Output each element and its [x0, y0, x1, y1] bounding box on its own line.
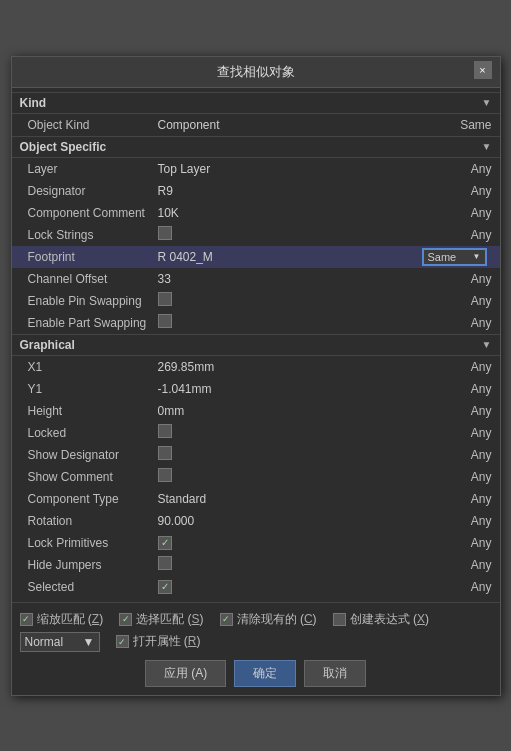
- condition-y1[interactable]: Any: [422, 382, 492, 396]
- row-designator: Designator R9 Any: [12, 180, 500, 202]
- row-layer: Layer Top Layer Any: [12, 158, 500, 180]
- condition-component-type[interactable]: Any: [422, 492, 492, 506]
- section-kind: Kind ▼: [12, 92, 500, 114]
- dialog-footer: 缩放匹配 (Z) 选择匹配 (S) 清除现有的 (C) 创建表达式 (X) No…: [12, 602, 500, 695]
- value-height: 0mm: [158, 404, 422, 418]
- row-height: Height 0mm Any: [12, 400, 500, 422]
- label-rotation: Rotation: [28, 514, 158, 528]
- collapse-icon-kind[interactable]: ▼: [482, 97, 492, 108]
- label-selected: Selected: [28, 580, 158, 594]
- label-clear-existing: 清除现有的 (C): [237, 611, 317, 628]
- checkbox-clear-existing[interactable]: [220, 613, 233, 626]
- label-x1: X1: [28, 360, 158, 374]
- condition-lock-primitives[interactable]: Any: [422, 536, 492, 550]
- condition-show-designator[interactable]: Any: [422, 448, 492, 462]
- row-x1: X1 269.85mm Any: [12, 356, 500, 378]
- row-enable-part-swapping: Enable Part Swapping Any: [12, 312, 500, 334]
- find-similar-dialog: 查找相似对象 × Kind ▼ Object Kind Component Sa…: [11, 56, 501, 696]
- normal-dropdown[interactable]: Normal ▼: [20, 632, 100, 652]
- label-component-comment: Component Comment: [28, 206, 158, 220]
- label-designator: Designator: [28, 184, 158, 198]
- label-select-match: 选择匹配 (S): [136, 611, 203, 628]
- condition-hide-jumpers[interactable]: Any: [422, 558, 492, 572]
- row-lock-strings: Lock Strings Any: [12, 224, 500, 246]
- close-button[interactable]: ×: [474, 61, 492, 79]
- value-y1: -1.041mm: [158, 382, 422, 396]
- condition-selected[interactable]: Any: [422, 580, 492, 594]
- collapse-icon-specific[interactable]: ▼: [482, 141, 492, 152]
- value-designator: R9: [158, 184, 422, 198]
- row-lock-primitives: Lock Primitives Any: [12, 532, 500, 554]
- value-component-comment: 10K: [158, 206, 422, 220]
- checkbox-lock-strings[interactable]: [158, 226, 172, 240]
- condition-channel-offset[interactable]: Any: [422, 272, 492, 286]
- ok-button[interactable]: 确定: [234, 660, 296, 687]
- condition-enable-part-swapping[interactable]: Any: [422, 316, 492, 330]
- value-show-designator: [158, 446, 422, 463]
- label-show-designator: Show Designator: [28, 448, 158, 462]
- condition-locked[interactable]: Any: [422, 426, 492, 440]
- row-enable-pin-swapping: Enable Pin Swapping Any: [12, 290, 500, 312]
- checkbox-hide-jumpers[interactable]: [158, 556, 172, 570]
- condition-show-comment[interactable]: Any: [422, 470, 492, 484]
- row-locked: Locked Any: [12, 422, 500, 444]
- checkbox-open-properties[interactable]: [116, 635, 129, 648]
- footer-checkboxes: 缩放匹配 (Z) 选择匹配 (S) 清除现有的 (C) 创建表达式 (X) No…: [20, 611, 492, 652]
- checkbox-create-expression[interactable]: [333, 613, 346, 626]
- value-rotation: 90.000: [158, 514, 422, 528]
- row-show-designator: Show Designator Any: [12, 444, 500, 466]
- condition-enable-pin-swapping[interactable]: Any: [422, 294, 492, 308]
- row-hide-jumpers: Hide Jumpers Any: [12, 554, 500, 576]
- dialog-content: Kind ▼ Object Kind Component Same Object…: [12, 88, 500, 602]
- label-height: Height: [28, 404, 158, 418]
- check-select-match: 选择匹配 (S): [119, 611, 203, 628]
- label-component-type: Component Type: [28, 492, 158, 506]
- checkbox-select-match[interactable]: [119, 613, 132, 626]
- checkbox-selected[interactable]: [158, 580, 172, 594]
- row-channel-offset: Channel Offset 33 Any: [12, 268, 500, 290]
- condition-lock-strings[interactable]: Any: [422, 228, 492, 242]
- label-y1: Y1: [28, 382, 158, 396]
- row-footprint: Footprint R 0402_M Same ▼: [12, 246, 500, 268]
- condition-height[interactable]: Any: [422, 404, 492, 418]
- value-channel-offset: 33: [158, 272, 422, 286]
- checkbox-enable-pin-swapping[interactable]: [158, 292, 172, 306]
- title-bar: 查找相似对象 ×: [12, 57, 500, 88]
- footprint-condition-dropdown[interactable]: Same ▼: [422, 248, 487, 266]
- value-show-comment: [158, 468, 422, 485]
- value-lock-primitives: [158, 535, 422, 550]
- value-layer: Top Layer: [158, 162, 422, 176]
- cancel-button[interactable]: 取消: [304, 660, 366, 687]
- condition-footprint[interactable]: Same ▼: [422, 248, 492, 266]
- condition-object-kind[interactable]: Same: [422, 118, 492, 132]
- checkbox-show-designator[interactable]: [158, 446, 172, 460]
- condition-rotation[interactable]: Any: [422, 514, 492, 528]
- check-zoom-match: 缩放匹配 (Z): [20, 611, 104, 628]
- footprint-dropdown-value: Same: [428, 251, 457, 263]
- label-lock-strings: Lock Strings: [28, 228, 158, 242]
- check-clear-existing: 清除现有的 (C): [220, 611, 317, 628]
- checkbox-enable-part-swapping[interactable]: [158, 314, 172, 328]
- value-object-kind: Component: [158, 118, 422, 132]
- collapse-icon-graphical[interactable]: ▼: [482, 339, 492, 350]
- condition-component-comment[interactable]: Any: [422, 206, 492, 220]
- checkbox-zoom-match[interactable]: [20, 613, 33, 626]
- row-object-kind: Object Kind Component Same: [12, 114, 500, 136]
- checkbox-lock-primitives[interactable]: [158, 536, 172, 550]
- label-enable-part-swapping: Enable Part Swapping: [28, 316, 158, 330]
- apply-button[interactable]: 应用 (A): [145, 660, 226, 687]
- condition-x1[interactable]: Any: [422, 360, 492, 374]
- condition-layer[interactable]: Any: [422, 162, 492, 176]
- dropdown-arrow-footprint: ▼: [473, 252, 481, 261]
- label-open-properties: 打开属性 (R): [133, 633, 201, 650]
- label-show-comment: Show Comment: [28, 470, 158, 484]
- section-graphical-label: Graphical: [20, 338, 75, 352]
- label-footprint: Footprint: [28, 250, 158, 264]
- checkbox-locked[interactable]: [158, 424, 172, 438]
- checkbox-show-comment[interactable]: [158, 468, 172, 482]
- check-create-expression: 创建表达式 (X): [333, 611, 429, 628]
- condition-designator[interactable]: Any: [422, 184, 492, 198]
- label-hide-jumpers: Hide Jumpers: [28, 558, 158, 572]
- section-graphical: Graphical ▼: [12, 334, 500, 356]
- value-enable-part-swapping: [158, 314, 422, 331]
